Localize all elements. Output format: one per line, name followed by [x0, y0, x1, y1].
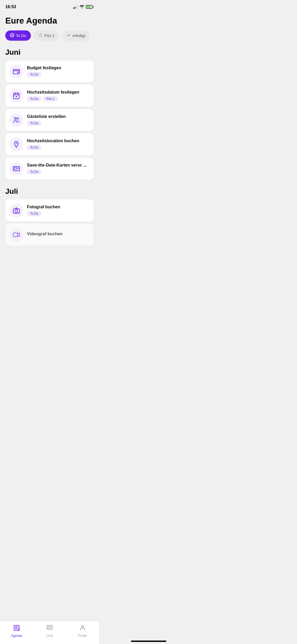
task-title: Gästeliste erstellen [27, 114, 89, 119]
task-info: Gästeliste erstellen To Do [27, 114, 89, 126]
task-title: Hochzeitsdatum festlegen [27, 90, 89, 95]
filter-todo-label: To Do [16, 33, 26, 38]
tag-prio1: Prio 1 [43, 96, 58, 102]
task-card[interactable]: Fotograf buchen To Do [5, 199, 94, 222]
wifi-icon [79, 5, 84, 9]
task-title: Hochzeitslocation buchen [27, 139, 89, 143]
task-card[interactable]: Hochzeitslocation buchen To Do [5, 133, 94, 155]
svg-point-6 [15, 118, 16, 119]
task-card[interactable]: Hochzeitsdatum festlegen To Do Prio 1 [5, 85, 94, 107]
task-icon-people [10, 113, 23, 127]
task-title: Videograf buchen [27, 232, 89, 236]
battery-icon: ⚡ [86, 5, 93, 9]
filter-prio1-label: Prio 1 [44, 33, 54, 38]
main-content: Eure Agenda To Do Prio 1 [0, 12, 99, 280]
page-title: Eure Agenda [5, 16, 94, 26]
task-list-juni: Budget festlegen To Do Hochzeitsdatum fe… [5, 60, 94, 180]
task-info: Budget festlegen To Do [27, 66, 89, 77]
filter-chip-erledigt[interactable]: erledigt [62, 30, 90, 41]
tag-todo: To Do [27, 96, 41, 102]
filter-chip-prio1[interactable]: Prio 1 [34, 30, 59, 41]
svg-rect-5 [16, 96, 17, 97]
status-time: 16:53 [5, 4, 16, 9]
task-icon-location [10, 137, 23, 151]
task-title: Budget festlegen [27, 66, 89, 70]
filter-erledigt-label: erledigt [72, 33, 85, 38]
task-card[interactable]: Gästeliste erstellen To Do [5, 109, 94, 131]
task-info: Fotograf buchen To Do [27, 205, 89, 216]
battery-container: ⚡ [86, 5, 94, 9]
task-icon-video [10, 228, 23, 242]
tag-todo: To Do [27, 72, 41, 77]
section-header-juli: Juli [5, 187, 94, 196]
task-title: Save-the-Date-Karten versc ... [27, 163, 89, 168]
svg-rect-13 [13, 233, 17, 237]
section-header-juni: Juni [5, 48, 94, 57]
task-tags: To Do [27, 169, 89, 174]
task-info: Hochzeitsdatum festlegen To Do Prio 1 [27, 90, 89, 102]
task-title: Fotograf buchen [27, 205, 89, 209]
tag-todo: To Do [27, 211, 41, 216]
task-info: Save-the-Date-Karten versc ... To Do [27, 163, 89, 174]
task-info: Videograf buchen [27, 232, 89, 238]
task-tags: To Do Prio 1 [27, 96, 89, 102]
tag-todo: To Do [27, 169, 41, 174]
svg-rect-4 [14, 93, 19, 99]
task-icon-envelope [10, 162, 23, 176]
status-bar: 16:53 ⚡ [0, 0, 99, 12]
fire-icon [38, 33, 43, 38]
svg-rect-2 [13, 70, 19, 74]
task-tags: To Do [27, 211, 89, 216]
task-icon-camera [10, 204, 23, 217]
svg-point-8 [16, 142, 17, 144]
task-tags: To Do [27, 121, 89, 126]
svg-point-7 [17, 118, 19, 119]
task-card[interactable]: Videograf buchen [5, 224, 94, 246]
svg-point-12 [15, 210, 17, 212]
svg-rect-3 [17, 72, 19, 73]
tag-todo: To Do [27, 145, 41, 150]
task-card[interactable]: Budget festlegen To Do [5, 60, 94, 82]
check-icon [10, 33, 14, 38]
filter-chip-todo[interactable]: To Do [5, 30, 31, 41]
task-icon-wallet [10, 65, 23, 78]
filter-chips: To Do Prio 1 erledigt [5, 30, 94, 42]
checkmark-icon [67, 33, 71, 38]
task-info: Hochzeitslocation buchen To Do [27, 139, 89, 150]
task-list-juli: Fotograf buchen To Do Videograf buchen [5, 199, 94, 246]
task-icon-calendar [10, 89, 23, 103]
task-card[interactable]: Save-the-Date-Karten versc ... To Do [5, 158, 94, 180]
task-tags: To Do [27, 72, 89, 77]
status-icons: ⚡ [73, 5, 94, 9]
tag-todo: To Do [27, 121, 41, 126]
signal-icon [73, 5, 78, 9]
task-tags: To Do [27, 145, 89, 150]
filter-chip-nicht[interactable]: nicht [93, 30, 94, 41]
svg-rect-10 [14, 167, 17, 169]
